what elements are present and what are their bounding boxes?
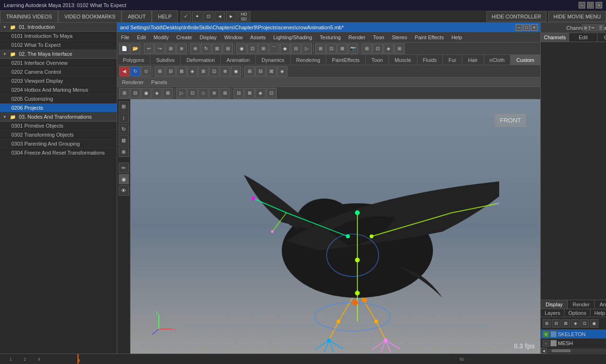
vi-light[interactable]: ◈	[152, 88, 162, 98]
sidebar-item-0206[interactable]: 0206 Projects	[0, 104, 117, 113]
tb-poly[interactable]: ◈	[383, 43, 394, 54]
tb-soft[interactable]: ◉	[236, 43, 247, 54]
tb-lasso[interactable]: ⊗	[176, 43, 187, 54]
sidebar-item-0304[interactable]: 0304 Freeze And Reset Transformations	[0, 148, 117, 157]
menu-toon[interactable]: Toon	[369, 34, 388, 41]
layer-skeleton[interactable]: V SKELETON	[541, 330, 606, 339]
tab-painteffects[interactable]: PaintEffects	[326, 55, 366, 65]
rp-icon4[interactable]: ◈	[571, 319, 580, 328]
tb-redo[interactable]: ↪	[155, 43, 165, 54]
tb-rotate[interactable]: ↻	[201, 43, 211, 54]
renderer-menu[interactable]: Renderer	[119, 79, 147, 86]
sidebar-section-03[interactable]: ▼ 📁 03. Nodes And Transformations	[0, 113, 117, 121]
tool-curve[interactable]: ◉	[119, 174, 129, 184]
vi-orig[interactable]: ◈	[255, 88, 266, 98]
rp-icon3[interactable]: ⊠	[562, 319, 570, 328]
sidebar-item-0101[interactable]: 0101 Introduction To Maya	[0, 32, 117, 41]
vi-xray[interactable]: ◇	[198, 88, 208, 98]
tb-select[interactable]: ⊞	[165, 43, 176, 54]
tab-polygons[interactable]: Polygons	[117, 55, 150, 65]
tool-arrow[interactable]: ↕	[119, 113, 129, 123]
sidebar-item-0301[interactable]: 0301 Primitive Objects	[0, 121, 117, 130]
tab-fluids[interactable]: Fluids	[417, 55, 443, 65]
vi-shading[interactable]: ⊞	[119, 88, 130, 98]
vi-iso[interactable]: ⊡	[187, 88, 198, 98]
sidebar-item-0203[interactable]: 0203 Viewport Display	[0, 77, 117, 86]
scroll-track[interactable]	[546, 349, 606, 353]
maya-minimize-btn[interactable]: –	[516, 24, 522, 31]
tb-history[interactable]: ⊡	[247, 43, 258, 54]
scroll-thumb[interactable]	[552, 349, 571, 352]
transform-icon[interactable]: ✦	[192, 11, 202, 22]
minimize-btn[interactable]: –	[579, 2, 585, 9]
menu-assets[interactable]: Assets	[246, 34, 269, 41]
nav-about[interactable]: ABOUT	[121, 10, 152, 23]
vi-hud[interactable]: ⊠	[244, 88, 255, 98]
hd-icon[interactable]: HDSD	[237, 11, 251, 22]
tb-attr[interactable]: ⊞	[394, 43, 405, 54]
tb2-scale[interactable]: ⊙	[141, 66, 151, 77]
vi-grid[interactable]: ⊟	[234, 88, 244, 98]
sidebar-section-01[interactable]: ▼ 📁 01. Introduction	[0, 23, 117, 32]
tb2-skin[interactable]: ◈	[187, 66, 198, 77]
menu-display[interactable]: Display	[196, 34, 220, 41]
tab-hair[interactable]: Hair	[462, 55, 484, 65]
vi-xray2[interactable]: ⊗	[209, 88, 219, 98]
tool-rotate[interactable]: ↻	[119, 124, 129, 134]
tb2-deform2[interactable]: ⊟	[255, 66, 266, 77]
vi-fog[interactable]: ▷	[176, 88, 187, 98]
menu-window[interactable]: Window	[220, 34, 246, 41]
cb-icon1[interactable]: ⊞	[582, 25, 589, 31]
close-btn[interactable]: ×	[596, 2, 602, 9]
tb-undo[interactable]: ↩	[144, 43, 154, 54]
vi-wire[interactable]: ⊟	[130, 88, 140, 98]
layer-v-mesh[interactable]: V	[543, 340, 549, 347]
maya-restore-btn[interactable]: □	[523, 24, 530, 31]
tab-dynamics[interactable]: Dynamics	[256, 55, 290, 65]
tb-show-render[interactable]: ⊡	[326, 43, 337, 54]
nav-help[interactable]: HELP	[152, 10, 178, 23]
sidebar-item-0102[interactable]: 0102 What To Expect	[0, 41, 117, 50]
nav-training-videos[interactable]: TRAINING VIDEOS	[0, 10, 58, 23]
rp-icon1[interactable]: ⊞	[543, 319, 551, 328]
tb-snap-point[interactable]: ◆	[280, 43, 290, 54]
tab-animation[interactable]: Animation	[221, 55, 256, 65]
cb-tab-edit[interactable]: Edit	[569, 33, 597, 42]
tb2-deform3[interactable]: ⊠	[266, 66, 277, 77]
rp-icon2[interactable]: ⊟	[552, 319, 561, 328]
menu-file[interactable]: File	[117, 34, 133, 41]
tab-rendering[interactable]: Rendering	[291, 55, 327, 65]
vi-shadow[interactable]: ⊠	[163, 88, 173, 98]
rp-tab-anim[interactable]: Anim	[595, 300, 606, 309]
panels-menu[interactable]: Panels	[148, 79, 170, 86]
expand-icon[interactable]: ⊡	[203, 11, 214, 22]
tb2-deform4[interactable]: ◈	[277, 66, 287, 77]
menu-edit[interactable]: Edit	[133, 34, 150, 41]
menu-paint-effects[interactable]: Paint Effects	[411, 34, 448, 41]
tb-ipr[interactable]: ⊞	[315, 43, 326, 54]
sidebar-section-02[interactable]: ▼ 📁 02. The Maya Interface	[0, 50, 117, 59]
tool-scale2[interactable]: ⊠	[119, 135, 129, 146]
tb-manip[interactable]: ⊞	[223, 43, 233, 54]
menu-modify[interactable]: Modify	[150, 34, 173, 41]
viewport-3d[interactable]: FRONT 0.3 fps x y	[130, 99, 540, 354]
prev-icon[interactable]: ◄	[215, 11, 225, 22]
rp-icon6[interactable]: ◉	[590, 319, 598, 328]
tb2-joint[interactable]: ⊞	[155, 66, 165, 77]
sidebar-item-0204[interactable]: 0204 Hotbox And Marking Menus	[0, 86, 117, 95]
tool-eye[interactable]: 👁	[119, 185, 129, 196]
menu-lighting[interactable]: Lighting/Shading	[269, 34, 316, 41]
tb2-weight[interactable]: ⊞	[198, 66, 208, 77]
rp-tab-display[interactable]: Display	[541, 300, 568, 309]
hide-movie-menu-btn[interactable]: HIDE MOVIE MENU	[548, 11, 606, 22]
tool-paint[interactable]: ✏	[119, 163, 129, 173]
cb-icon2[interactable]: ✏	[590, 25, 597, 31]
tb-snap-view[interactable]: ⊟	[291, 43, 301, 54]
rp-tab-render[interactable]: Render	[568, 300, 595, 309]
vi-smooth[interactable]: ◉	[141, 88, 151, 98]
vi-cam[interactable]: ⊞	[220, 88, 230, 98]
maximize-btn[interactable]: □	[587, 2, 594, 9]
tab-fur[interactable]: Fur	[443, 55, 463, 65]
checkmark-icon[interactable]: ✓	[181, 11, 191, 22]
rp-sub-options[interactable]: Options	[564, 309, 590, 317]
